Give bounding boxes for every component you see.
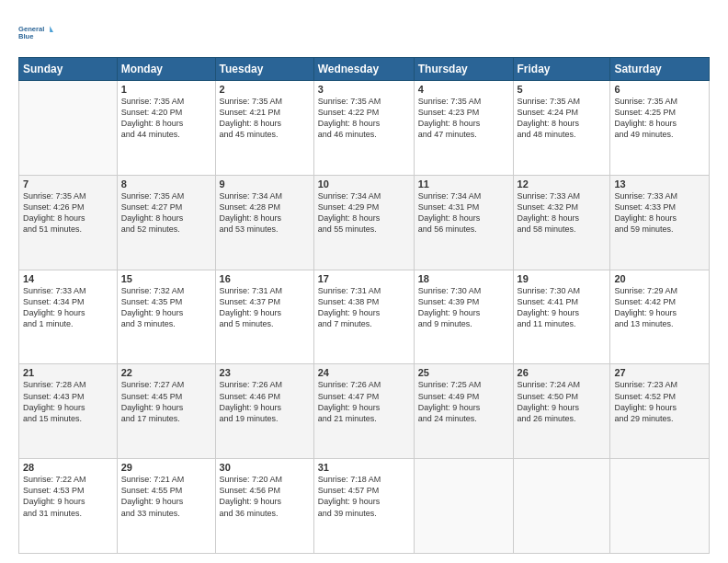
calendar-cell: 15Sunrise: 7:32 AM Sunset: 4:35 PM Dayli… — [117, 270, 215, 364]
day-info: Sunrise: 7:30 AM Sunset: 4:41 PM Dayligh… — [518, 285, 607, 330]
day-number: 1 — [121, 84, 211, 95]
day-number: 21 — [23, 367, 113, 378]
calendar-cell: 30Sunrise: 7:20 AM Sunset: 4:56 PM Dayli… — [215, 459, 313, 554]
calendar-cell: 6Sunrise: 7:35 AM Sunset: 4:25 PM Daylig… — [610, 81, 710, 176]
day-info: Sunrise: 7:31 AM Sunset: 4:37 PM Dayligh… — [220, 285, 310, 330]
calendar-header-wednesday: Wednesday — [313, 58, 414, 81]
day-info: Sunrise: 7:30 AM Sunset: 4:39 PM Dayligh… — [418, 285, 509, 330]
day-number: 18 — [418, 273, 509, 284]
svg-marker-2 — [50, 26, 53, 32]
day-info: Sunrise: 7:35 AM Sunset: 4:26 PM Dayligh… — [23, 190, 113, 236]
calendar-week-row: 28Sunrise: 7:22 AM Sunset: 4:53 PM Dayli… — [19, 459, 710, 554]
calendar-week-row: 21Sunrise: 7:28 AM Sunset: 4:43 PM Dayli… — [19, 364, 710, 459]
calendar-cell — [513, 459, 610, 554]
calendar-week-row: 7Sunrise: 7:35 AM Sunset: 4:26 PM Daylig… — [19, 175, 710, 270]
day-info: Sunrise: 7:33 AM Sunset: 4:32 PM Dayligh… — [518, 190, 607, 236]
day-number: 13 — [614, 178, 705, 190]
day-info: Sunrise: 7:23 AM Sunset: 4:52 PM Dayligh… — [614, 379, 705, 424]
day-info: Sunrise: 7:32 AM Sunset: 4:35 PM Dayligh… — [121, 285, 211, 330]
day-info: Sunrise: 7:26 AM Sunset: 4:47 PM Dayligh… — [318, 379, 410, 424]
day-number: 17 — [318, 273, 410, 284]
calendar-week-row: 14Sunrise: 7:33 AM Sunset: 4:34 PM Dayli… — [19, 270, 710, 364]
calendar-header-saturday: Saturday — [610, 58, 710, 81]
day-number: 28 — [23, 462, 113, 473]
calendar-cell: 28Sunrise: 7:22 AM Sunset: 4:53 PM Dayli… — [19, 459, 118, 554]
day-number: 7 — [23, 178, 113, 190]
day-number: 23 — [220, 367, 310, 378]
day-number: 22 — [121, 367, 211, 378]
day-info: Sunrise: 7:35 AM Sunset: 4:22 PM Dayligh… — [318, 96, 410, 141]
day-number: 5 — [518, 84, 607, 95]
day-number: 9 — [220, 178, 310, 190]
day-info: Sunrise: 7:25 AM Sunset: 4:49 PM Dayligh… — [418, 379, 509, 424]
calendar-cell: 7Sunrise: 7:35 AM Sunset: 4:26 PM Daylig… — [19, 175, 118, 270]
calendar-cell: 31Sunrise: 7:18 AM Sunset: 4:57 PM Dayli… — [313, 459, 414, 554]
day-number: 30 — [220, 462, 310, 473]
day-info: Sunrise: 7:33 AM Sunset: 4:34 PM Dayligh… — [23, 285, 113, 330]
calendar-cell: 17Sunrise: 7:31 AM Sunset: 4:38 PM Dayli… — [313, 270, 414, 364]
day-number: 27 — [614, 367, 705, 378]
calendar-cell: 27Sunrise: 7:23 AM Sunset: 4:52 PM Dayli… — [610, 364, 710, 459]
logo: General Blue — [18, 15, 53, 50]
calendar-cell: 8Sunrise: 7:35 AM Sunset: 4:27 PM Daylig… — [117, 175, 215, 270]
day-number: 2 — [220, 84, 310, 95]
calendar-cell: 10Sunrise: 7:34 AM Sunset: 4:29 PM Dayli… — [313, 175, 414, 270]
day-info: Sunrise: 7:35 AM Sunset: 4:25 PM Dayligh… — [614, 96, 705, 141]
calendar-header-sunday: Sunday — [19, 58, 118, 81]
calendar-header-row: SundayMondayTuesdayWednesdayThursdayFrid… — [19, 58, 710, 81]
header: General Blue — [18, 15, 710, 50]
day-info: Sunrise: 7:35 AM Sunset: 4:23 PM Dayligh… — [418, 96, 509, 141]
day-info: Sunrise: 7:35 AM Sunset: 4:27 PM Dayligh… — [121, 190, 211, 236]
logo-svg: General Blue — [18, 15, 53, 50]
calendar-header-friday: Friday — [513, 58, 610, 81]
day-info: Sunrise: 7:26 AM Sunset: 4:46 PM Dayligh… — [220, 379, 310, 424]
calendar-cell: 12Sunrise: 7:33 AM Sunset: 4:32 PM Dayli… — [513, 175, 610, 270]
page: General Blue SundayMondayTuesdayWednesda… — [0, 0, 728, 563]
calendar-cell: 25Sunrise: 7:25 AM Sunset: 4:49 PM Dayli… — [414, 364, 513, 459]
day-info: Sunrise: 7:20 AM Sunset: 4:56 PM Dayligh… — [220, 474, 310, 519]
calendar-cell: 13Sunrise: 7:33 AM Sunset: 4:33 PM Dayli… — [610, 175, 710, 270]
day-info: Sunrise: 7:34 AM Sunset: 4:31 PM Dayligh… — [418, 190, 509, 236]
day-number: 8 — [121, 178, 211, 190]
day-info: Sunrise: 7:29 AM Sunset: 4:42 PM Dayligh… — [614, 285, 705, 330]
calendar-cell: 22Sunrise: 7:27 AM Sunset: 4:45 PM Dayli… — [117, 364, 215, 459]
day-info: Sunrise: 7:35 AM Sunset: 4:24 PM Dayligh… — [518, 96, 607, 141]
day-info: Sunrise: 7:35 AM Sunset: 4:20 PM Dayligh… — [121, 96, 211, 141]
day-info: Sunrise: 7:34 AM Sunset: 4:28 PM Dayligh… — [220, 190, 310, 236]
calendar-cell: 19Sunrise: 7:30 AM Sunset: 4:41 PM Dayli… — [513, 270, 610, 364]
day-number: 11 — [418, 178, 509, 190]
day-info: Sunrise: 7:21 AM Sunset: 4:55 PM Dayligh… — [121, 474, 211, 519]
day-number: 29 — [121, 462, 211, 473]
calendar-cell: 16Sunrise: 7:31 AM Sunset: 4:37 PM Dayli… — [215, 270, 313, 364]
day-number: 6 — [614, 84, 705, 95]
calendar-table: SundayMondayTuesdayWednesdayThursdayFrid… — [18, 57, 710, 554]
calendar-cell: 1Sunrise: 7:35 AM Sunset: 4:20 PM Daylig… — [117, 81, 215, 176]
day-number: 12 — [518, 178, 607, 190]
day-number: 20 — [614, 273, 705, 284]
day-number: 15 — [121, 273, 211, 284]
calendar-cell — [610, 459, 710, 554]
day-info: Sunrise: 7:31 AM Sunset: 4:38 PM Dayligh… — [318, 285, 410, 330]
day-info: Sunrise: 7:22 AM Sunset: 4:53 PM Dayligh… — [23, 474, 113, 519]
calendar-cell: 9Sunrise: 7:34 AM Sunset: 4:28 PM Daylig… — [215, 175, 313, 270]
calendar-cell: 18Sunrise: 7:30 AM Sunset: 4:39 PM Dayli… — [414, 270, 513, 364]
calendar-cell: 2Sunrise: 7:35 AM Sunset: 4:21 PM Daylig… — [215, 81, 313, 176]
day-info: Sunrise: 7:28 AM Sunset: 4:43 PM Dayligh… — [23, 379, 113, 424]
calendar-cell: 23Sunrise: 7:26 AM Sunset: 4:46 PM Dayli… — [215, 364, 313, 459]
calendar-header-monday: Monday — [117, 58, 215, 81]
svg-text:Blue: Blue — [18, 32, 33, 40]
calendar-cell: 29Sunrise: 7:21 AM Sunset: 4:55 PM Dayli… — [117, 459, 215, 554]
calendar-cell — [19, 81, 118, 176]
day-info: Sunrise: 7:27 AM Sunset: 4:45 PM Dayligh… — [121, 379, 211, 424]
day-number: 3 — [318, 84, 410, 95]
calendar-cell — [414, 459, 513, 554]
calendar-cell: 3Sunrise: 7:35 AM Sunset: 4:22 PM Daylig… — [313, 81, 414, 176]
day-number: 24 — [318, 367, 410, 378]
calendar-cell: 5Sunrise: 7:35 AM Sunset: 4:24 PM Daylig… — [513, 81, 610, 176]
calendar-cell: 26Sunrise: 7:24 AM Sunset: 4:50 PM Dayli… — [513, 364, 610, 459]
day-number: 25 — [418, 367, 509, 378]
calendar-cell: 20Sunrise: 7:29 AM Sunset: 4:42 PM Dayli… — [610, 270, 710, 364]
calendar-header-tuesday: Tuesday — [215, 58, 313, 81]
day-number: 10 — [318, 178, 410, 190]
day-number: 16 — [220, 273, 310, 284]
